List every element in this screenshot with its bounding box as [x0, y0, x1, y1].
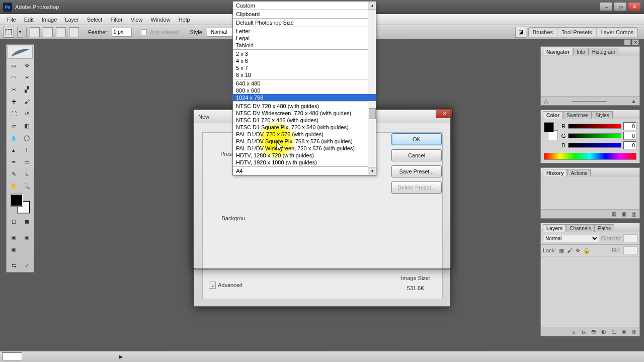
advanced-toggle-icon[interactable]: ⌄ — [209, 282, 216, 289]
tab-actions[interactable]: Actions — [567, 169, 591, 176]
imageready-icon[interactable]: ⇆ — [8, 260, 20, 271]
preset-option[interactable]: HDTV, 644 x 362 (with guides) — [233, 152, 376, 159]
preset-option[interactable]: PAL D1/DV, 720 x 576 (with guides) — [233, 131, 376, 138]
preset-option[interactable]: 640 x 480 — [233, 80, 376, 87]
preset-option[interactable]: 8 x 10 — [233, 71, 376, 78]
eyedropper-tool-icon[interactable]: ⤋ — [21, 168, 33, 179]
tab-brushes[interactable]: Brushes — [529, 28, 557, 37]
tab-history[interactable]: History — [543, 169, 567, 176]
panel-minimize-icon[interactable]: – — [624, 39, 631, 45]
lock-paint-icon[interactable]: 🖌 — [567, 247, 573, 253]
delete-preset-button[interactable]: Delete Preset... — [391, 182, 442, 194]
color-spectrum[interactable] — [544, 153, 636, 160]
selection-mode-add-icon[interactable] — [43, 27, 53, 37]
menu-file[interactable]: File — [3, 15, 20, 24]
tab-swatches[interactable]: Swatches — [563, 111, 592, 119]
layer-folder-icon[interactable]: 🗀 — [610, 328, 617, 335]
channel-r-value[interactable] — [623, 122, 636, 130]
preset-option-selected[interactable]: 1024 x 768 — [233, 94, 376, 101]
tab-layers[interactable]: Layers — [543, 224, 566, 232]
history-trash-icon[interactable]: 🗑 — [630, 211, 637, 218]
panel-close-icon[interactable]: ✕ — [632, 39, 639, 45]
tab-tool-presets[interactable]: Tool Presets — [557, 28, 597, 37]
crop-tool-icon[interactable]: ✂ — [8, 84, 20, 95]
quickmask-mode-icon[interactable]: ◼ — [21, 216, 33, 227]
minimize-button[interactable]: – — [600, 2, 613, 11]
preset-option[interactable]: HDTV, 1920 x 1080 (with guides) — [233, 159, 376, 166]
preset-option[interactable]: 2 x 3 — [233, 50, 376, 57]
preset-option[interactable]: 800 x 600 — [233, 87, 376, 94]
marquee-tool-icon[interactable]: ▭ — [8, 60, 20, 71]
history-new-doc-icon[interactable]: ▦ — [610, 211, 617, 218]
preset-option[interactable]: PAL D1/DV Widescreen, 720 x 576 (with gu… — [233, 145, 376, 152]
shape-tool-icon[interactable]: ▭ — [21, 156, 33, 167]
tab-paths[interactable]: Paths — [595, 224, 615, 232]
menu-filter[interactable]: Filter — [106, 15, 126, 24]
status-zoom-field[interactable] — [2, 352, 22, 360]
layer-new-icon[interactable]: ▣ — [620, 328, 627, 335]
preset-option[interactable]: PAL D1/DV Square Pix, 768 x 576 (with gu… — [233, 138, 376, 145]
menu-edit[interactable]: Edit — [20, 15, 38, 24]
preset-option[interactable]: Tabloid — [233, 42, 376, 49]
history-brush-tool-icon[interactable]: ↺ — [21, 108, 33, 119]
magic-wand-tool-icon[interactable]: ✶ — [21, 72, 33, 83]
status-play-icon[interactable]: ▶ — [119, 353, 123, 360]
lasso-tool-icon[interactable]: ◠ — [8, 72, 20, 83]
preset-option[interactable]: 4 x 6 — [233, 57, 376, 64]
zoom-tool-icon[interactable]: 🔍 — [21, 180, 33, 192]
opacity-field[interactable] — [623, 234, 637, 242]
blend-mode-select[interactable]: Normal — [543, 235, 599, 242]
preset-option[interactable]: NTSC DV Widescreen, 720 x 480 (with guid… — [233, 110, 376, 117]
tab-layer-comps[interactable]: Layer Comps — [597, 28, 637, 37]
lock-all-icon[interactable]: 🔒 — [583, 247, 590, 254]
tab-color[interactable]: Color — [543, 111, 563, 119]
preset-option[interactable]: Default Photoshop Size — [233, 19, 376, 26]
channel-g-slider[interactable] — [568, 133, 621, 138]
hand-tool-icon[interactable]: ✋ — [8, 180, 20, 192]
layer-adjust-icon[interactable]: ◐ — [600, 328, 607, 335]
maximize-button[interactable]: ▭ — [614, 2, 627, 11]
tab-histogram[interactable]: Histogram — [589, 48, 619, 55]
selection-mode-intersect-icon[interactable] — [69, 27, 79, 37]
tab-channels[interactable]: Channels — [566, 224, 594, 232]
screenmode-full-menubar-icon[interactable]: ▣ — [21, 232, 33, 243]
feather-input[interactable] — [112, 28, 132, 37]
navigator-zoom-out-icon[interactable]: △ — [544, 98, 548, 104]
cancel-button[interactable]: Cancel — [391, 149, 442, 161]
layer-trash-icon[interactable]: 🗑 — [630, 328, 637, 335]
menu-view[interactable]: View — [127, 15, 147, 24]
channel-b-slider[interactable] — [568, 143, 621, 148]
preset-option[interactable]: NTSC D1 720 x 486 (with guides) — [233, 117, 376, 124]
ok-button[interactable]: OK — [391, 133, 442, 145]
tab-info[interactable]: Info — [573, 48, 589, 55]
standard-mode-icon[interactable]: ◻ — [8, 216, 20, 227]
channel-g-value[interactable] — [623, 132, 636, 140]
edit-icon[interactable]: ✓ — [21, 260, 33, 271]
preset-option[interactable]: NTSC DV 720 x 480 (with guides) — [233, 103, 376, 110]
layer-fx-icon[interactable]: fx — [580, 328, 587, 335]
tab-navigator[interactable]: Navigator — [543, 48, 573, 55]
fill-field[interactable] — [623, 246, 637, 254]
screenmode-standard-icon[interactable]: ▣ — [8, 232, 20, 243]
brush-tool-icon[interactable]: 🖌 — [21, 96, 33, 107]
save-preset-button[interactable]: Save Preset... — [391, 165, 442, 177]
screenmode-full-icon[interactable]: ▣ — [8, 244, 20, 255]
notes-tool-icon[interactable]: ✎ — [8, 168, 20, 179]
active-tool-icon[interactable] — [3, 27, 14, 38]
path-select-tool-icon[interactable]: ▴ — [8, 144, 20, 155]
type-tool-icon[interactable]: T — [21, 144, 33, 155]
foreground-background-colors[interactable] — [10, 194, 30, 214]
blur-tool-icon[interactable]: 💧 — [8, 132, 20, 143]
lock-transparency-icon[interactable]: ▦ — [559, 247, 564, 254]
menu-select[interactable]: Select — [83, 15, 107, 24]
selection-mode-new-icon[interactable] — [30, 27, 40, 37]
preset-option[interactable]: A4 — [233, 167, 376, 174]
preset-option[interactable]: Letter — [233, 28, 376, 35]
channel-r-slider[interactable] — [568, 124, 621, 129]
lock-position-icon[interactable]: ✥ — [576, 247, 580, 254]
layer-link-icon[interactable]: ⌾ — [570, 328, 577, 335]
menu-window[interactable]: Window — [147, 15, 175, 24]
stamp-tool-icon[interactable]: ⛶ — [8, 108, 20, 119]
preset-option[interactable]: Clipboard — [233, 11, 376, 18]
eraser-tool-icon[interactable]: ▱ — [8, 120, 20, 131]
